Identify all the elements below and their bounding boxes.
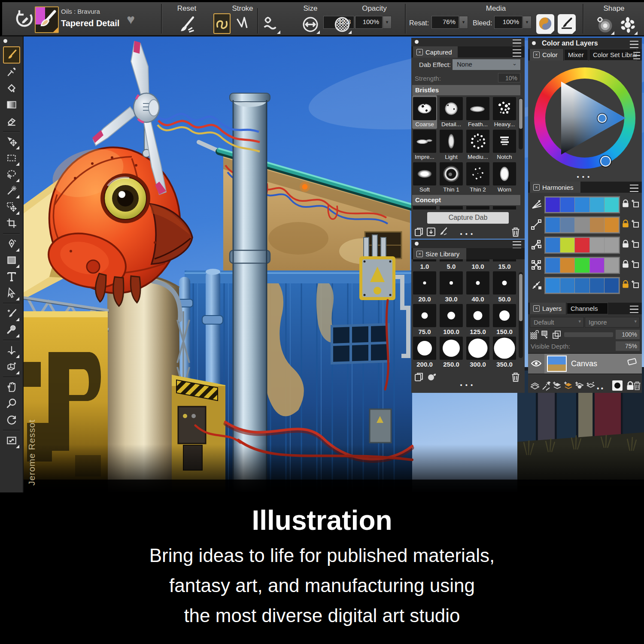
- layer-opacity-value[interactable]: 100%: [616, 330, 640, 339]
- harmony-swatch[interactable]: [590, 197, 604, 212]
- dab-scrollbar[interactable]: [519, 98, 523, 149]
- layer-opacity-slider[interactable]: [564, 332, 613, 337]
- layer-name[interactable]: Canvas: [571, 359, 597, 368]
- harmony-spread-icon[interactable]: [530, 198, 543, 211]
- harmony-swatch[interactable]: [560, 197, 574, 212]
- harmony-swatch[interactable]: [605, 197, 619, 212]
- tab-size-library[interactable]: × Size Library: [413, 248, 466, 259]
- dab-scrollbar-thumb[interactable]: [519, 99, 522, 129]
- opacity-dropdown-button[interactable]: ▾: [383, 16, 392, 29]
- tool-perspective-grid[interactable]: [4, 359, 19, 374]
- tool-navigator[interactable]: [4, 433, 19, 448]
- concept-section-header[interactable]: Concept: [412, 195, 520, 205]
- import-dab-icon[interactable]: [426, 227, 436, 237]
- size-tile[interactable]: [413, 271, 436, 295]
- harmony-line-icon[interactable]: [530, 218, 543, 231]
- harmony-swatch[interactable]: [590, 278, 604, 293]
- lock-icon[interactable]: [622, 219, 629, 228]
- captured-panel-group-header[interactable]: [411, 38, 525, 46]
- dab-tile[interactable]: [466, 97, 489, 120]
- opacity-value-field[interactable]: 100%: [355, 16, 383, 29]
- size-scrollbar-thumb[interactable]: [519, 274, 522, 321]
- layer-merge-dropdown[interactable]: Ignore▾: [585, 317, 640, 328]
- tool-dropper[interactable]: [4, 64, 19, 80]
- tool-layer-adjuster[interactable]: [4, 134, 19, 149]
- add-swatch-icon[interactable]: [631, 199, 640, 207]
- pickup-underlying-icon[interactable]: [541, 330, 550, 340]
- harmony-swatch[interactable]: [560, 238, 574, 252]
- dab-options-button[interactable]: [261, 15, 280, 34]
- tab-color[interactable]: × Color: [530, 49, 563, 61]
- media-blend-button[interactable]: [536, 14, 554, 34]
- size-tile[interactable]: [493, 271, 516, 295]
- favorite-heart-icon[interactable]: ♥: [127, 12, 135, 27]
- tool-brush[interactable]: [3, 46, 20, 64]
- dab-tile[interactable]: [413, 97, 436, 120]
- close-tab-icon[interactable]: ×: [416, 49, 423, 55]
- capture-dab-button[interactable]: Capture Dab: [427, 212, 509, 224]
- size-tile[interactable]: [493, 304, 516, 327]
- panel-drag-dot[interactable]: [415, 40, 419, 44]
- layers-menu-icon[interactable]: [630, 306, 638, 313]
- harmony-swatch[interactable]: [546, 218, 560, 232]
- add-swatch-icon[interactable]: [631, 279, 640, 288]
- panel-drag-dot[interactable]: [415, 242, 419, 246]
- tab-captured[interactable]: × Captured: [413, 46, 458, 58]
- reset-rotate-icon[interactable]: [14, 9, 35, 30]
- panel-group-menu-icon[interactable]: [513, 39, 521, 47]
- trash-icon[interactable]: [511, 372, 520, 382]
- tool-eraser[interactable]: [4, 113, 19, 129]
- harmony-swatch[interactable]: [575, 238, 589, 252]
- bristles-section-header[interactable]: Bristles: [412, 85, 520, 95]
- harmony-swatch[interactable]: [560, 258, 574, 273]
- tab-mixer[interactable]: Mixer: [564, 49, 588, 61]
- lock-icon[interactable]: [622, 259, 629, 268]
- media-brush-loading-button[interactable]: [558, 14, 576, 34]
- new-watercolor-layer-icon[interactable]: [563, 381, 574, 391]
- size-tile[interactable]: [493, 337, 516, 360]
- panel-group-menu-icon[interactable]: [630, 41, 638, 48]
- close-tab-icon[interactable]: ×: [416, 251, 423, 257]
- captured-menu-icon[interactable]: [513, 49, 521, 57]
- harmony-swatch[interactable]: [546, 278, 560, 293]
- lock-icon[interactable]: [622, 279, 629, 289]
- panel-resize-dots[interactable]: •••: [455, 381, 481, 389]
- tool-shape-select[interactable]: [4, 285, 19, 301]
- harmony-cross-icon[interactable]: [530, 258, 543, 271]
- harmony-swatch[interactable]: [590, 218, 604, 232]
- harmony-swatch[interactable]: [560, 278, 574, 293]
- dab-tile[interactable]: [413, 130, 436, 153]
- layer-commands-icon[interactable]: [530, 381, 540, 391]
- tab-channels[interactable]: Channels: [567, 303, 608, 314]
- tool-magic-wand[interactable]: [4, 183, 19, 198]
- size-dab-icon[interactable]: [427, 372, 437, 382]
- size-tile[interactable]: [466, 304, 489, 327]
- layer-row-canvas[interactable]: Canvas: [528, 353, 642, 374]
- new-liquid-ink-layer-icon[interactable]: [574, 381, 585, 391]
- hue-marker[interactable]: [600, 156, 611, 167]
- size-scrollbar[interactable]: [519, 272, 523, 358]
- trash-icon[interactable]: [511, 227, 520, 237]
- tool-rect-shape[interactable]: [4, 252, 19, 268]
- harmony-swatch[interactable]: [546, 197, 560, 212]
- harmony-swatch[interactable]: [605, 258, 619, 273]
- harmony-swatch[interactable]: [575, 197, 589, 212]
- harmony-steps-icon[interactable]: [530, 279, 543, 292]
- tool-grabber-hand[interactable]: [4, 380, 19, 395]
- color-layers-group-header[interactable]: Color and Layers: [528, 38, 642, 49]
- brush-preview-tile[interactable]: [35, 6, 59, 33]
- harmony-branch-icon[interactable]: [530, 238, 543, 251]
- resat-dropdown-button[interactable]: ▾: [459, 16, 468, 29]
- harmony-swatch[interactable]: [575, 258, 589, 273]
- dab-tile[interactable]: [440, 130, 463, 153]
- size-tile[interactable]: [440, 304, 463, 327]
- tool-lasso[interactable]: [4, 167, 19, 182]
- harmony-swatch[interactable]: [575, 218, 589, 232]
- copy-sizes-icon[interactable]: [414, 372, 424, 382]
- lock-icon[interactable]: [622, 239, 629, 248]
- size-library-group-header[interactable]: [411, 240, 525, 248]
- apply-dab-brush-icon[interactable]: [438, 227, 448, 237]
- size-tile[interactable]: [413, 304, 436, 327]
- close-tab-icon[interactable]: ×: [533, 52, 540, 58]
- lock-icon[interactable]: [622, 199, 629, 208]
